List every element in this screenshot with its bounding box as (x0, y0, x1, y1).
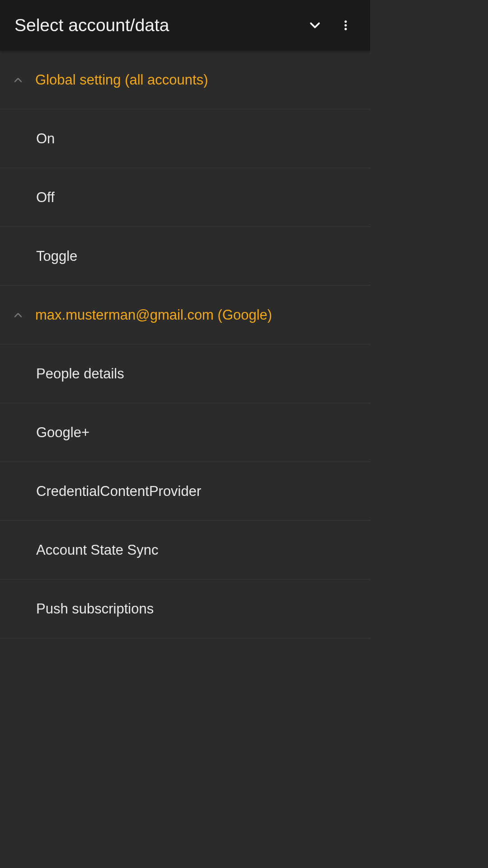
svg-point-0 (344, 20, 347, 23)
app-header: Select account/data (0, 0, 370, 51)
list-item-label: On (36, 131, 55, 147)
list-item-google-plus[interactable]: Google+ (0, 403, 370, 462)
svg-point-1 (344, 24, 347, 26)
list-item-label: Push subscriptions (36, 601, 154, 617)
section-title: max.musterman@gmail.com (Google) (35, 307, 272, 323)
list-item-push-subscriptions[interactable]: Push subscriptions (0, 580, 370, 638)
list-item-label: People details (36, 366, 124, 382)
list-item-credential-content-provider[interactable]: CredentialContentProvider (0, 462, 370, 521)
section-header-account[interactable]: max.musterman@gmail.com (Google) (0, 286, 370, 344)
list-item-label: Account State Sync (36, 542, 159, 558)
chevron-up-icon (11, 73, 25, 87)
list-item-toggle[interactable]: Toggle (0, 227, 370, 286)
page-title: Select account/data (14, 15, 300, 35)
list-item-people-details[interactable]: People details (0, 344, 370, 403)
more-options-icon[interactable] (330, 10, 361, 41)
list-item-on[interactable]: On (0, 109, 370, 168)
dropdown-icon[interactable] (300, 10, 330, 41)
list-item-off[interactable]: Off (0, 168, 370, 227)
chevron-up-icon (11, 308, 25, 322)
list-item-label: Off (36, 189, 55, 206)
content-list: Global setting (all accounts) On Off Tog… (0, 51, 370, 638)
section-title: Global setting (all accounts) (35, 72, 208, 88)
svg-point-2 (344, 28, 347, 30)
list-item-label: CredentialContentProvider (36, 483, 201, 500)
list-item-label: Toggle (36, 248, 77, 264)
list-item-account-state-sync[interactable]: Account State Sync (0, 521, 370, 580)
section-header-global[interactable]: Global setting (all accounts) (0, 51, 370, 109)
list-item-label: Google+ (36, 425, 89, 441)
